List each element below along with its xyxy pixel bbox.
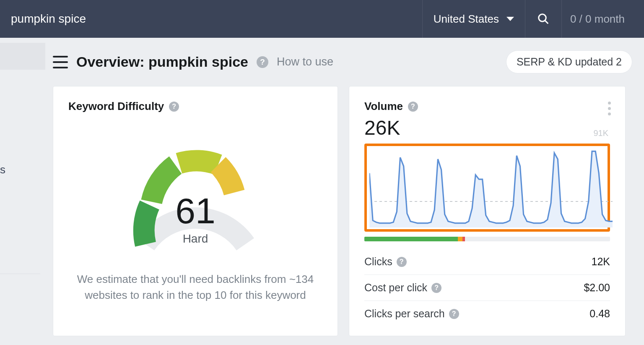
sidebar-item-partial: s — [0, 159, 6, 180]
metric-value: $2.00 — [584, 282, 610, 294]
metric-value: 12K — [592, 256, 610, 268]
kd-title: Keyword Difficulty ? — [68, 100, 322, 113]
keyword-search-input[interactable] — [11, 12, 422, 26]
help-icon[interactable]: ? — [449, 309, 459, 319]
dist-seg-empty — [465, 237, 610, 241]
chevron-down-icon — [506, 17, 514, 21]
country-label: United States — [434, 13, 499, 26]
volume-metrics: Clicks ?12KCost per click ?$2.00Clicks p… — [364, 249, 610, 327]
volume-trend-chart — [369, 148, 613, 227]
metric-label: Clicks per search ? — [364, 308, 459, 320]
clicks-distribution-bar — [364, 237, 610, 241]
page-header: Overview: pumpkin spice ? How to use SER… — [0, 38, 644, 86]
svg-line-1 — [545, 21, 548, 24]
sidebar-item-active[interactable] — [0, 43, 45, 70]
help-icon[interactable]: ? — [169, 102, 179, 112]
dist-seg-green — [364, 237, 458, 241]
help-icon[interactable]: ? — [408, 102, 418, 112]
help-icon[interactable]: ? — [397, 257, 407, 267]
search-button[interactable] — [525, 0, 561, 38]
kd-label: Hard — [124, 232, 267, 246]
usage-quota: 0 / 0 month — [561, 0, 633, 38]
metric-row: Clicks ?12K — [364, 249, 610, 275]
top-bar: United States 0 / 0 month — [0, 0, 644, 38]
volume-card: Volume ? 26K 91K Clicks ?12KCost per cli… — [349, 86, 626, 336]
metric-label: Cost per click ? — [364, 282, 441, 294]
help-icon[interactable]: ? — [257, 56, 268, 68]
page-title: Overview: pumpkin spice — [76, 54, 248, 70]
volume-value: 26K — [364, 116, 610, 139]
menu-icon[interactable] — [53, 56, 68, 68]
metric-value: 0.48 — [589, 308, 610, 320]
sidebar-divider — [0, 274, 40, 274]
volume-max-label: 91K — [593, 128, 608, 138]
metric-row: Cost per click ?$2.00 — [364, 275, 610, 301]
volume-title: Volume ? — [364, 100, 610, 113]
keyword-difficulty-card: Keyword Difficulty ? 61 Hard We estimate… — [53, 86, 338, 336]
kd-value: 61 — [124, 190, 267, 232]
metric-label: Clicks ? — [364, 256, 407, 268]
country-select[interactable]: United States — [422, 0, 525, 38]
how-to-use-link[interactable]: How to use — [277, 55, 333, 68]
update-status-pill[interactable]: SERP & KD updated 2 — [506, 50, 632, 73]
content-area: Keyword Difficulty ? 61 Hard We estimate… — [0, 86, 644, 336]
dist-seg-orange — [458, 237, 463, 241]
metric-row: Clicks per search ?0.48 — [364, 301, 610, 327]
help-icon[interactable]: ? — [431, 283, 441, 293]
svg-point-0 — [539, 14, 546, 22]
search-icon — [537, 13, 550, 25]
volume-trend-highlight — [364, 144, 610, 232]
more-icon[interactable] — [608, 102, 611, 115]
kd-gauge: 61 Hard — [68, 137, 322, 225]
